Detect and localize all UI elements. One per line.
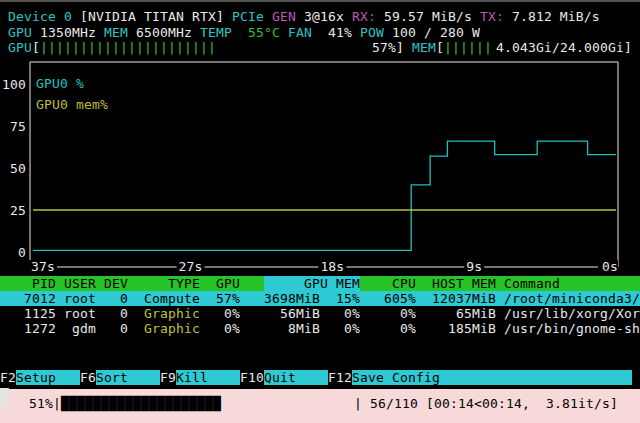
cell-type: Graphic (128, 321, 200, 336)
svg-text:75: 75 (10, 119, 26, 134)
cell-user: root (56, 306, 96, 321)
tx-value: 7.812 MiB/s (512, 9, 600, 24)
temp-value: 55°C (248, 25, 280, 40)
header-type[interactable]: TYPE (128, 276, 200, 291)
shell-progress-strip: 51%|████████████████████ | 56/110 [00:14… (0, 389, 640, 423)
cell-pid: 1125 (0, 306, 56, 321)
utilization-chart: 100755025037s27s18s9s0s GPU0 % GPU0 mem% (0, 60, 640, 275)
rx-value: 59.57 MiB/s (384, 9, 472, 24)
svg-text:9s: 9s (466, 259, 482, 274)
fkey-kill-button[interactable]: Kill (176, 370, 240, 385)
clock-info-line: GPU 1350MHz MEM 6500MHz TEMP 55°C FAN 41… (8, 25, 480, 40)
pow-value: 100 / 280 W (392, 25, 480, 40)
cell-mem-percent: 0% (320, 306, 360, 321)
fan-label: FAN (288, 25, 312, 40)
cell-user: root (56, 291, 96, 306)
cell-mem-percent: 15% (320, 291, 360, 306)
gen-value: 3@16x (304, 9, 344, 24)
cell-gpu: 57% (200, 291, 240, 306)
svg-text:25: 25 (10, 203, 26, 218)
cell-gpu: 0% (200, 306, 240, 321)
cell-host-mem: 65MiB (416, 306, 496, 321)
rx-label: RX: (352, 9, 376, 24)
cell-gpu-mem: 8MiB (240, 321, 320, 336)
cell-host-mem: 12037MiB (416, 291, 496, 306)
svg-text:27s: 27s (179, 259, 203, 274)
header-pid[interactable]: PID (0, 276, 56, 291)
mem-clock-value: 6500MHz (136, 25, 192, 40)
svg-text:50: 50 (10, 161, 26, 176)
fkey-save-config-key: F12 (328, 370, 352, 385)
cell-cpu: 0% (360, 321, 416, 336)
svg-text:0s: 0s (602, 259, 618, 274)
header-host-mem[interactable]: HOST MEM (416, 276, 496, 291)
process-row[interactable]: 1272 gdm 0 Graphic 0% 8MiB 0% 0% 185MiB … (0, 321, 640, 336)
device-name: [NVIDIA TITAN RTX] (80, 9, 224, 24)
mem-usage-gauge: ||||||4.043Gi/24.000Gi (444, 40, 624, 55)
cell-command: /root/miniconda3/ (496, 291, 640, 306)
svg-text:18s: 18s (320, 259, 344, 274)
cell-type: Graphic (128, 306, 200, 321)
cell-dev: 0 (96, 321, 128, 336)
mem-gauge-label: MEM (412, 40, 436, 55)
process-row[interactable]: 1125 root 0 Graphic 0% 56MiB 0% 0% 65MiB… (0, 306, 640, 321)
progress-percent: 51%| (0, 396, 61, 411)
header-dev[interactable]: DEV (96, 276, 128, 291)
cell-dev: 0 (96, 291, 128, 306)
fkey-save-config-button[interactable]: Save Config (352, 370, 632, 385)
fkey-sort-key: F6 (80, 370, 96, 385)
mem-gauge-bars: |||||| (444, 40, 492, 55)
progress-counter: | 56/110 [00:14<00:14, 3.81it/s] (354, 396, 640, 411)
cell-type: Compute (128, 291, 200, 306)
gauge-line: GPU[||||||||||||||||||||||57%] MEM[|||||… (8, 40, 632, 55)
fkey-sort-button[interactable]: Sort (96, 370, 160, 385)
cell-host-mem: 185MiB (416, 321, 496, 336)
function-key-bar: F2 Setup F6 Sort F9 Kill F10 Quit F12 Sa… (0, 370, 632, 385)
header-gpu[interactable]: GPU (200, 276, 240, 291)
progress-bar-fill: ████████████████████ (61, 396, 221, 411)
cell-gpu: 0% (200, 321, 240, 336)
header-user[interactable]: USER (56, 276, 96, 291)
header-cpu[interactable]: CPU (360, 276, 416, 291)
temp-label: TEMP (200, 25, 232, 40)
chart-series (33, 141, 616, 250)
gpu-gauge-bars: |||||||||||||||||||||| (40, 40, 216, 55)
header-command[interactable]: Command (496, 276, 640, 291)
cell-dev: 0 (96, 306, 128, 321)
tx-label: TX: (480, 9, 504, 24)
device-info-line: Device 0 [NVIDIA TITAN RTX] PCIe GEN 3@1… (8, 9, 600, 24)
device-label: Device 0 (8, 9, 72, 24)
window-corner-notch (0, 388, 9, 409)
fkey-setup-key: F2 (0, 370, 16, 385)
gpu-gauge-label: GPU (8, 40, 32, 55)
gpu-clock-value: 1350MHz (40, 25, 96, 40)
gpu-utilization-gauge: ||||||||||||||||||||||57% (40, 40, 396, 55)
fkey-quit-key: F10 (240, 370, 264, 385)
pcie-label: PCIe (232, 9, 264, 24)
gpu-clock-label: GPU (8, 25, 32, 40)
process-row-selected[interactable]: 7012 root 0 Compute 57% 3698MiB 15% 605%… (0, 291, 640, 306)
fkey-quit-button[interactable]: Quit (264, 370, 328, 385)
cell-user: gdm (56, 321, 96, 336)
svg-text:37s: 37s (31, 259, 55, 274)
cell-gpu-mem: 3698MiB (240, 291, 320, 306)
cell-pid: 1272 (0, 321, 56, 336)
gpu-gauge-value: 57% (372, 40, 396, 55)
svg-text:100: 100 (2, 77, 26, 92)
fkey-kill-key: F9 (160, 370, 176, 385)
cell-command: /usr/bin/gnome-sh (496, 321, 640, 336)
fan-value: 41% (328, 25, 352, 40)
svg-text:0: 0 (18, 245, 26, 260)
window-top-edge (0, 0, 640, 2)
fkey-setup-button[interactable]: Setup (16, 370, 80, 385)
nvtop-terminal: Device 0 [NVIDIA TITAN RTX] PCIe GEN 3@1… (0, 0, 640, 423)
pow-label: POW (360, 25, 384, 40)
cell-cpu: 0% (360, 306, 416, 321)
cell-pid: 7012 (0, 291, 56, 306)
cell-gpu-mem: 56MiB (240, 306, 320, 321)
tqdm-progress-line: 51%|████████████████████ | 56/110 [00:14… (0, 396, 640, 411)
header-gpu-mem-sort-active[interactable]: GPU MEM (264, 276, 360, 291)
process-table-header: PID USER DEV TYPE GPU GPU MEM CPU HOST M… (0, 276, 640, 291)
gen-label: GEN (272, 9, 296, 24)
mem-gauge-value: 4.043Gi/24.000Gi (496, 40, 624, 55)
